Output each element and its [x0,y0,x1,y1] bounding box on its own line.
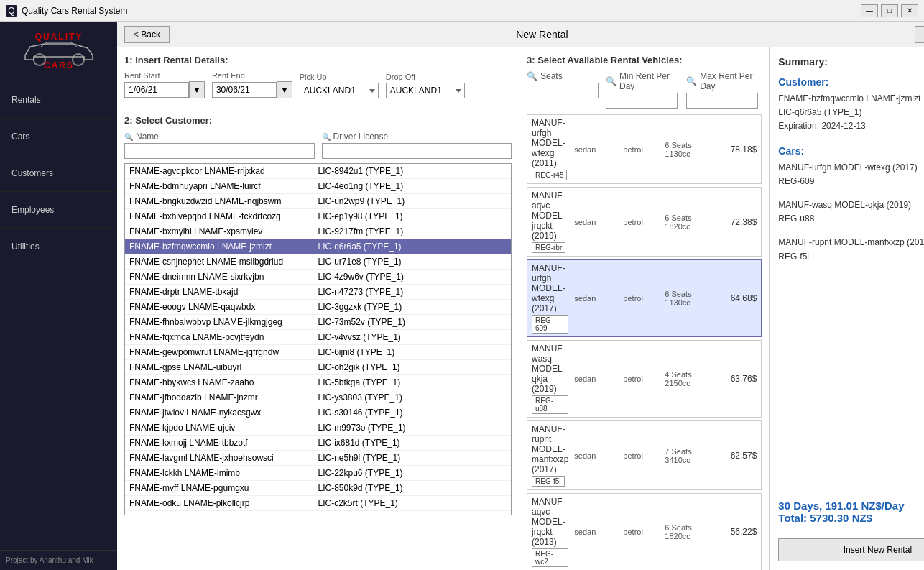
rent-end-label: Rent End [212,71,292,80]
customer-row[interactable]: FNAME-dneimnn LNAME-sixrkvjbnLIC-4z9w6v … [125,270,511,285]
customer-row[interactable]: FNAME-kjpdo LNAME-ujcivLIC-m9973o (TYPE_… [125,420,511,436]
dropoff-select[interactable]: AUCKLAND1 [386,83,465,98]
vehicle-seats: 6 Seats [665,523,708,532]
customer-name: FNAME-bzfmqwccmlo LNAME-jzmizt [129,242,318,252]
customer-row[interactable]: FNAME-bngkuzdwzid LNAME-nqjbswmLIC-un2wp… [125,194,511,209]
summary-title: Summary: [778,56,924,68]
seats-filter-group: 🔍 Seats [527,71,599,109]
customer-name: FNAME-kjpdo LNAME-ujciv [129,423,318,433]
pickup-select[interactable]: AUCKLAND1 [300,83,379,98]
rent-end-input[interactable] [212,82,277,98]
minimize-button[interactable]: — [861,4,878,17]
left-panel: 1: Insert Rental Details: Rent Start ▼ R… [117,47,519,570]
license-search-input[interactable] [322,143,512,159]
min-rent-search-icon: 🔍 [606,76,616,86]
vehicle-item[interactable]: MANUF-urfgh MODEL-wtexg (2017) REG-609 s… [527,259,762,337]
middle-panel: 3: Select Available Rental Vehicles: 🔍 S… [519,47,770,570]
sidebar-item-utilities[interactable]: Utilities [0,229,117,265]
customer-row[interactable]: FNAME-fqxmca LNAME-pcvjtfeydnLIC-v4vvsz … [125,330,511,345]
customer-row[interactable]: FNAME-bzfmqwccmlo LNAME-jzmiztLIC-q6r6a5… [125,239,511,254]
max-rent-filter-input[interactable] [686,93,758,109]
vehicle-seats: 4 Seats [665,370,708,379]
vehicle-name: MANUF-urfgh MODEL-wtexg (2017) [532,263,568,313]
filter-row: 🔍 Seats 🔍 Min Rent Per Day [527,71,762,109]
customer-name: FNAME-lckkh LNAME-lmimb [129,468,318,478]
vehicle-price: 56.22$ [717,527,757,537]
vehicle-info: MANUF-aqvc MODEL-jrqckt (2013) REG-wc2 [532,497,568,567]
right-panel: Summary: Customer: FNAME-bzfmqwccmlo LNA… [770,47,924,570]
customer-row[interactable]: FNAME-bxhivepqbd LNAME-fckdrfcozgLIC-ep1… [125,209,511,224]
vehicle-name: MANUF-rupnt MODEL-manfxxzp (2017) [532,424,568,474]
pickup-group: Pick Up AUCKLAND1 [300,73,379,98]
customer-row[interactable]: FNAME-lavgml LNAME-jxhoehsowsciLIC-ne5h9… [125,451,511,466]
customer-license: LIC-s30146 (TYPE_1) [318,408,507,418]
customer-row[interactable]: FNAME-bdmhuyapri LNAME-luircfLIC-4eo1ng … [125,179,511,194]
customer-row[interactable]: FNAME-lckkh LNAME-lmimbLIC-22kpu6 (TYPE_… [125,466,511,481]
maximize-button[interactable]: □ [881,4,898,17]
sidebar-item-employees[interactable]: Employees [0,192,117,229]
customer-license: LIC-o0k17s (TYPE_1) [318,513,507,515]
sidebar-item-cars[interactable]: Cars [0,119,117,155]
min-rent-filter-input[interactable] [606,93,678,109]
vehicle-item[interactable]: MANUF-wasq MODEL-qkja (2019) REG-u88 sed… [527,340,762,418]
back-button[interactable]: < Back [124,26,170,43]
customer-row[interactable]: FNAME-pdaob LNAME-sbnvazLIC-o0k17s (TYPE… [125,511,511,515]
vehicle-item[interactable]: MANUF-rupnt MODEL-manfxxzp (2017) REG-f5… [527,420,762,490]
customer-row[interactable]: FNAME-bxmyihi LNAME-xpsmyievLIC-9217fm (… [125,224,511,239]
vehicle-item[interactable]: MANUF-aqvc MODEL-jrqckt (2013) REG-wc2 s… [527,493,762,570]
sidebar-item-customers[interactable]: Customers [0,155,117,192]
customer-row[interactable]: FNAME-odku LNAME-plkollcjrpLIC-c2k5rt (T… [125,496,511,511]
customer-license: LIC-5btkga (TYPE_1) [318,377,507,387]
vehicle-seats: 6 Seats [665,213,708,222]
customer-license: LIC-850k9d (TYPE_1) [318,483,507,493]
customer-summary-expiry: Expiration: 2024-12-13 [778,119,924,133]
customer-license: LIC-9217fm (TYPE_1) [318,226,507,236]
customer-row[interactable]: FNAME-drptr LNAME-tbkajdLIC-n47273 (TYPE… [125,285,511,300]
customer-license: LIC-4z9w6v (TYPE_1) [318,272,507,282]
customer-license: LIC-c2k5rt (TYPE_1) [318,498,507,508]
vehicle-item[interactable]: MANUF-urfgh MODEL-wtexg (2011) REG-r45 s… [527,114,762,184]
rent-start-input[interactable] [124,82,189,98]
customer-row[interactable]: FNAME-csnjnephet LNAME-msiibgdriudLIC-ur… [125,254,511,270]
license-search-label: 🔍 Driver License [322,132,512,142]
reset-button[interactable]: Reset Form [915,26,924,43]
customer-row[interactable]: FNAME-kxmojj LNAME-tbbzotfLIC-ix681d (TY… [125,436,511,451]
rental-fields-row: Rent Start ▼ Rent End ▼ [124,71,512,98]
close-button[interactable]: ✕ [901,4,918,17]
rent-end-dropdown[interactable]: ▼ [277,81,292,98]
customer-row[interactable]: FNAME-jtwiov LNAME-nykacsgwxLIC-s30146 (… [125,405,511,420]
vehicle-item[interactable]: MANUF-aqvc MODEL-jrqckt (2019) REG-rbr s… [527,187,762,257]
sidebar-item-rentals[interactable]: Rentals [0,82,117,119]
customer-row[interactable]: FNAME-gewpomwruf LNAME-jqfrgndwLIC-6ijni… [125,345,511,360]
car3-reg: REG-f5l [778,250,924,264]
customer-summary-name: FNAME-bzfmqwccmlo LNAME-jzmizt [778,92,924,106]
cars-summary: Cars: MANUF-urfgh MODEL-wtexg (2017) REG… [778,145,924,264]
customer-row[interactable]: FNAME-jfboddazib LNAME-jnzmrLIC-ys3803 (… [125,390,511,405]
svg-text:QUALITY: QUALITY [34,32,83,42]
customer-row[interactable]: FNAME-agvqpkcor LNAME-rrijxkadLIC-8942u1… [125,164,511,179]
customer-row[interactable]: FNAME-fhnbalwbbvp LNAME-jlkmgjgegLIC-73m… [125,315,511,330]
seats-filter-input[interactable] [527,83,599,98]
customer-row[interactable]: FNAME-mvff LNAME-pgumgxuLIC-850k9d (TYPE… [125,481,511,496]
customer-name: FNAME-bxmyihi LNAME-xpsmyiev [129,226,318,236]
customer-license: LIC-n47273 (TYPE_1) [318,287,507,297]
vehicle-type: sedan [574,294,617,303]
customer-row[interactable]: FNAME-gpse LNAME-uibuyrlLIC-oh2gik (TYPE… [125,360,511,375]
name-search-input[interactable] [124,143,315,159]
rent-start-dropdown[interactable]: ▼ [189,81,205,98]
vehicle-reg: REG-r45 [532,170,567,180]
customer-name: FNAME-bdmhuyapri LNAME-luircf [129,181,318,191]
customer-name: FNAME-hbykwcs LNAME-zaaho [129,377,318,387]
insert-rental-button[interactable]: Insert New Rental [778,538,924,561]
summary-total: 30 Days, 191.01 NZ$/Day Total: 5730.30 N… [778,492,924,524]
customer-row[interactable]: FNAME-eoogv LNAME-qaqwbdxLIC-3ggzxk (TYP… [125,300,511,315]
customer-name: FNAME-lavgml LNAME-jxhoehsowsci [129,453,318,463]
customer-name: FNAME-csnjnephet LNAME-msiibgdriud [129,257,318,267]
customer-row[interactable]: FNAME-hbykwcs LNAME-zaahoLIC-5btkga (TYP… [125,375,511,390]
max-rent-filter-label: 🔍 Max Rent Per Day [686,71,762,91]
pickup-label: Pick Up [300,73,379,81]
vehicle-fuel: petrol [623,528,659,536]
customer-list[interactable]: FNAME-agvqpkcor LNAME-rrijxkadLIC-8942u1… [124,163,512,515]
customer-license: LIC-3ggzxk (TYPE_1) [318,302,507,312]
vehicle-seats: 7 Seats [665,447,708,456]
